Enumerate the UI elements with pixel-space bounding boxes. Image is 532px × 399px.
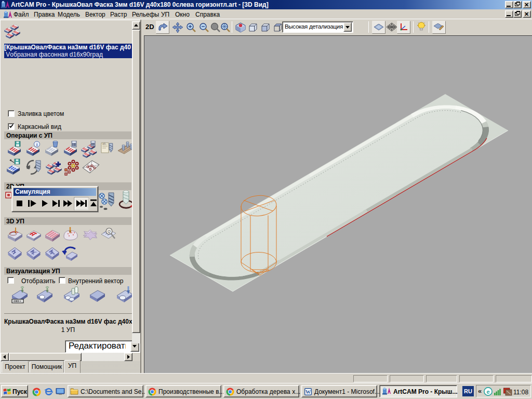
svg-text:Q: Q bbox=[108, 230, 111, 234]
svg-text:e: e bbox=[486, 389, 489, 395]
svg-text:УП: УП bbox=[102, 143, 105, 145]
svg-text:W: W bbox=[305, 389, 311, 395]
